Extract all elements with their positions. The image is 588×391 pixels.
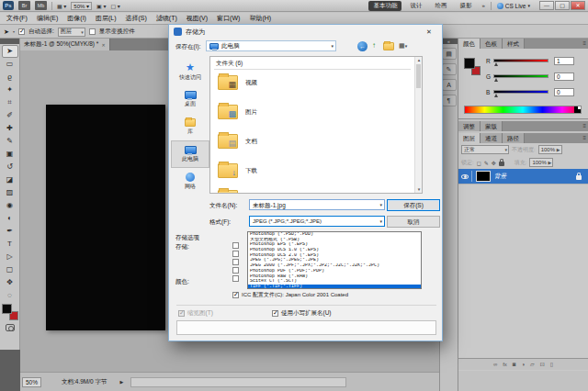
maximize-button[interactable]: ▢ [555, 1, 570, 10]
blue-slider[interactable] [493, 90, 548, 94]
marquee-tool[interactable]: ▭ [2, 58, 18, 71]
crop-tool[interactable]: ⌗ [2, 96, 18, 109]
back-button[interactable]: ← [357, 41, 368, 51]
layer-visibility-eye-icon[interactable] [461, 174, 469, 179]
save-option-checkbox[interactable] [232, 242, 239, 249]
scrollbar-thumb[interactable] [416, 64, 421, 88]
auto-select-target-dropdown[interactable]: 图层▾ [58, 28, 85, 37]
workspace-button[interactable]: 摄影 [455, 1, 476, 11]
icc-profile-checkbox[interactable] [232, 292, 239, 298]
type-tool[interactable]: T [2, 238, 18, 251]
file-name-input[interactable]: 未标题-1.jpg ▾ [249, 199, 385, 210]
dialog-title-bar[interactable]: 存储为 [169, 25, 442, 39]
panel-tab[interactable]: 样式 [503, 39, 525, 49]
mini-bridge-panel-icon[interactable]: ▤ [442, 48, 457, 60]
paragraph-panel-icon[interactable]: ¶ [442, 95, 457, 106]
character-panel-icon[interactable]: A [442, 79, 457, 91]
menu-item[interactable]: 窗口(W) [212, 14, 244, 23]
quick-mask-button[interactable] [6, 324, 15, 331]
panel-tab[interactable]: 通道 [481, 133, 503, 143]
sidebar-item-network[interactable]: 网络 [171, 168, 209, 196]
workspace-button[interactable]: 绘画 [430, 1, 451, 11]
panel-tab[interactable]: 调整 [458, 121, 481, 131]
link-layers-icon[interactable]: ∞ [493, 362, 497, 367]
dodge-tool[interactable]: ◐ [2, 212, 18, 225]
path-selection-tool[interactable]: ▷ [2, 251, 18, 263]
scroll-down-icon[interactable]: ▾ [415, 186, 423, 193]
pen-tool[interactable]: ✒ [2, 225, 18, 238]
screen-mode-button[interactable]: ▢ ▾ [110, 3, 119, 9]
slider-thumb[interactable] [494, 62, 498, 66]
launch-bridge-button[interactable]: Br [18, 1, 30, 10]
lock-position-icon[interactable]: ✥ [492, 160, 496, 166]
quick-selection-tool[interactable]: ✦ [2, 84, 18, 96]
adjustment-layer-icon[interactable]: ◑ [521, 362, 525, 367]
panel-menu-icon[interactable]: ≡ [582, 121, 586, 131]
panel-tab[interactable]: 路径 [503, 133, 525, 143]
workspace-overflow-button[interactable]: » [481, 3, 484, 8]
shape-tool[interactable]: ▢ [2, 263, 18, 276]
save-option-checkbox[interactable] [232, 275, 239, 282]
list-scrollbar[interactable]: ▴ ▾ [414, 57, 422, 193]
format-option[interactable]: TIFF (*.TIF;*.TIFF) [248, 285, 421, 289]
save-option-checkbox[interactable] [232, 267, 239, 274]
canvas-image[interactable] [46, 105, 165, 330]
arrange-documents-button[interactable]: ▣ ▾ [96, 3, 106, 9]
lasso-tool[interactable]: ϱ [2, 71, 18, 84]
format-dropdown[interactable]: JPEG (*.JPG;*.JPEG;*.JPE) ▾ [249, 216, 385, 227]
new-folder-button[interactable] [383, 42, 394, 51]
eyedropper-tool[interactable]: ✐ [2, 109, 18, 122]
zoom-level-field[interactable]: 50% ▾ [71, 2, 92, 10]
menu-item[interactable]: 滤镜(T) [152, 14, 182, 23]
launch-mini-bridge-button[interactable]: Mb [35, 1, 47, 10]
up-one-level-button[interactable]: ↑ [372, 41, 376, 50]
eraser-tool[interactable]: ◪ [2, 173, 18, 186]
sidebar-item-libraries[interactable]: 库 [171, 113, 209, 140]
foreground-color-swatch[interactable] [2, 304, 12, 314]
folder-item-pictures[interactable]: ▩ 图片 [218, 105, 257, 119]
opacity-field[interactable]: 100%▶ [538, 145, 562, 154]
lock-transparent-icon[interactable]: ◻ [477, 160, 481, 166]
layer-thumbnail[interactable] [476, 171, 491, 182]
clone-stamp-tool[interactable]: ▣ [2, 148, 18, 161]
scroll-up-icon[interactable]: ▴ [415, 57, 423, 63]
show-transform-checkbox[interactable] [89, 28, 96, 35]
green-slider[interactable] [493, 74, 548, 78]
sidebar-item-desktop[interactable]: 桌面 [171, 85, 209, 113]
status-menu-arrow-icon[interactable]: ▶ [120, 379, 124, 385]
delete-layer-icon[interactable]: ▯ [550, 362, 553, 367]
menu-item[interactable]: 图像(I) [62, 14, 91, 23]
panel-menu-icon[interactable]: ≡ [582, 39, 586, 49]
menu-item[interactable]: 图层(L) [91, 14, 121, 23]
panel-tab[interactable]: 图层 [458, 133, 481, 143]
gradient-tool[interactable]: ▨ [2, 186, 18, 199]
workspace-button[interactable]: 基本功能 [368, 1, 401, 11]
green-value-field[interactable]: 0 [554, 73, 574, 81]
blur-tool[interactable]: ◉ [2, 199, 18, 212]
auto-select-checkbox[interactable] [18, 28, 25, 35]
hand-tool[interactable]: ✥ [2, 276, 18, 289]
cs-live-button[interactable]: CS Live ▾ [497, 3, 530, 9]
sidebar-item-this-pc[interactable]: 此电脑 [171, 140, 209, 168]
menu-item[interactable]: 文件(F) [2, 14, 32, 23]
panel-menu-icon[interactable]: ≡ [582, 133, 586, 143]
view-menu-button[interactable]: ▦▾ [399, 42, 407, 50]
blend-mode-dropdown[interactable]: 正常▾ [461, 145, 509, 154]
menu-item[interactable]: 编辑(E) [32, 14, 62, 23]
healing-brush-tool[interactable]: ✚ [2, 122, 18, 135]
new-layer-icon[interactable]: ⊡ [540, 362, 545, 367]
lowercase-extension-checkbox[interactable] [272, 310, 278, 317]
lock-pixels-icon[interactable]: ✎ [484, 160, 489, 166]
foreground-color-swatch[interactable] [464, 58, 475, 69]
red-value-field[interactable]: 1 [554, 57, 574, 65]
lock-all-icon[interactable] [499, 162, 504, 166]
layer-mask-icon[interactable]: ◙ [513, 362, 516, 367]
view-extras-button[interactable]: ▦ ▾ [57, 3, 66, 9]
folder-item-documents[interactable]: ▤ 文档 [218, 134, 257, 149]
slider-thumb[interactable] [494, 78, 498, 82]
brush-tool[interactable]: ✎ [2, 135, 18, 148]
blue-value-field[interactable]: 0 [554, 88, 574, 96]
folder-item-downloads[interactable]: ↓ 下载 [218, 163, 257, 178]
zoom-tool[interactable]: ◌ [2, 289, 18, 302]
document-tab[interactable]: 未标题-1 @ 50%(CMYK/8) * ✕ [20, 39, 110, 50]
